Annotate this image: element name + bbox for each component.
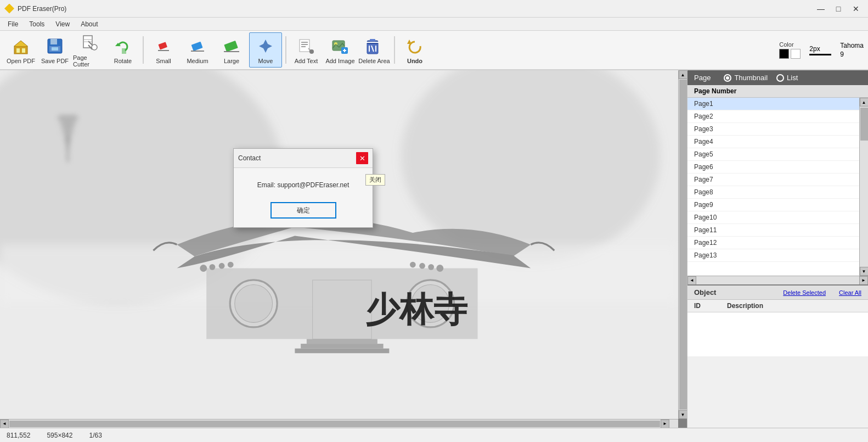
dialog-body: Email: support@PDFEraser.net [234,168,373,198]
dialog-footer: 确定 [234,198,373,227]
dialog-overlay: Contact ✕ Email: support@PDFEraser.net 确… [0,0,868,442]
close-tooltip: 关闭 [365,174,385,186]
dialog-titlebar: Contact ✕ [234,149,373,168]
dialog-title: Contact [238,154,261,162]
contact-dialog: Contact ✕ Email: support@PDFEraser.net 确… [233,148,373,228]
close-tooltip-text: 关闭 [369,176,381,183]
dialog-email: Email: support@PDFEraser.net [257,181,350,189]
dialog-close-button[interactable]: ✕ [356,152,368,164]
ok-button[interactable]: 确定 [270,202,336,219]
